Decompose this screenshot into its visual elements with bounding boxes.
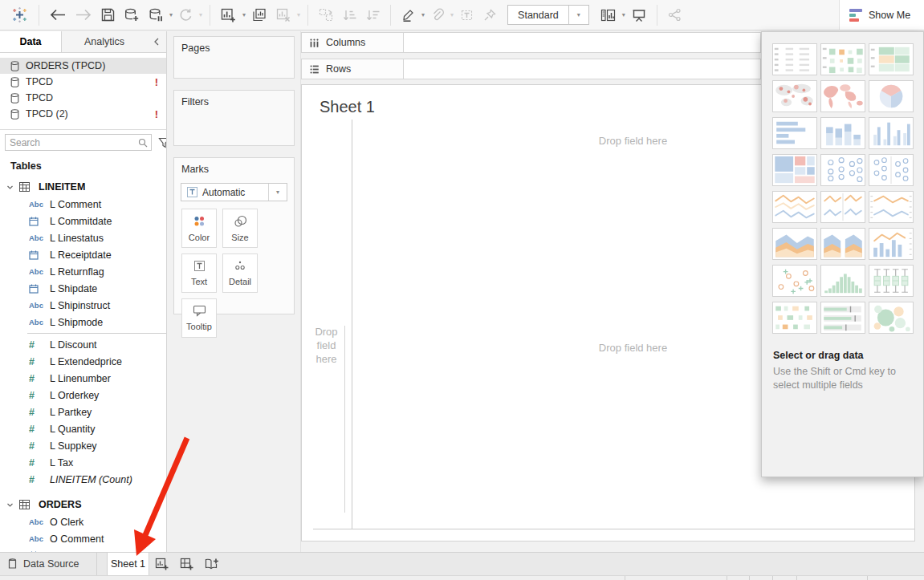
- pause-auto-updates-button[interactable]: [144, 4, 168, 26]
- chevron-down-icon[interactable]: [0, 501, 19, 509]
- field-item[interactable]: L Shipdate: [0, 280, 166, 297]
- show-me-area-continuous-thumbnail[interactable]: [772, 228, 817, 260]
- sort-ascending-button[interactable]: [338, 4, 361, 26]
- show-me-text-table-thumbnail[interactable]: [772, 43, 817, 75]
- mark-type-caret[interactable]: ▾: [268, 184, 287, 201]
- forward-button[interactable]: [71, 4, 96, 26]
- fit-selector[interactable]: Standard ▾: [507, 5, 589, 25]
- filter-icon[interactable]: [156, 137, 167, 148]
- drop-zone-rows[interactable]: Drop field here: [308, 326, 345, 513]
- sort-descending-button[interactable]: [361, 4, 385, 26]
- field-item[interactable]: Abc L Returnflag: [0, 263, 166, 280]
- fit-selector-caret[interactable]: ▾: [568, 6, 588, 24]
- show-me-circle-views-thumbnail[interactable]: [820, 154, 865, 186]
- new-story-tab-button[interactable]: [199, 553, 224, 575]
- field-item[interactable]: # L Extendedprice: [0, 353, 166, 370]
- columns-shelf[interactable]: Columns: [301, 32, 761, 53]
- show-me-gantt-thumbnail[interactable]: [772, 302, 817, 334]
- fix-axes-button[interactable]: [478, 4, 501, 26]
- show-me-scatter-plot-thumbnail[interactable]: [772, 265, 817, 297]
- highlight-button[interactable]: [397, 4, 420, 26]
- add-data-source-button[interactable]: [120, 4, 144, 26]
- show-me-bullet-graph-thumbnail[interactable]: [820, 302, 865, 334]
- table-header[interactable]: LINEITEM: [0, 178, 166, 196]
- show-me-treemap-thumbnail[interactable]: [772, 154, 817, 186]
- show-mark-labels-button[interactable]: [455, 4, 478, 26]
- field-item[interactable]: # L Linenumber: [0, 370, 166, 387]
- search-input[interactable]: [6, 137, 138, 148]
- show-me-pie-chart-thumbnail[interactable]: [869, 80, 914, 112]
- field-item[interactable]: Abc O Comment: [0, 530, 166, 547]
- marks-color-button[interactable]: Color: [181, 209, 217, 248]
- data-source-item[interactable]: TPCD (2) !: [0, 106, 166, 122]
- field-item[interactable]: # L Suppkey: [0, 437, 166, 454]
- field-item[interactable]: L Commitdate: [0, 213, 166, 229]
- field-item[interactable]: # L Discount: [0, 336, 166, 353]
- field-item[interactable]: # L Orderkey: [0, 387, 166, 404]
- group-members-button[interactable]: [426, 4, 449, 26]
- highlight-caret[interactable]: ▾: [420, 11, 426, 18]
- show-hide-cards-caret[interactable]: ▾: [621, 11, 627, 18]
- field-item[interactable]: Abc L Comment: [0, 196, 166, 213]
- show-me-packed-bubbles-thumbnail[interactable]: [869, 302, 914, 334]
- clear-sheet-button[interactable]: [271, 4, 295, 26]
- field-item[interactable]: # L Partkey: [0, 404, 166, 420]
- run-auto-updates-button[interactable]: [174, 4, 197, 26]
- new-worksheet-tab-button[interactable]: [149, 553, 174, 575]
- marks-text-button[interactable]: Text: [181, 253, 217, 293]
- field-item[interactable]: # L Tax: [0, 454, 166, 471]
- field-item[interactable]: # L Quantity: [0, 420, 166, 437]
- duplicate-sheet-button[interactable]: [247, 4, 271, 26]
- new-worksheet-caret[interactable]: ▾: [241, 11, 247, 18]
- show-me-horizontal-bars-thumbnail[interactable]: [772, 117, 817, 149]
- show-me-area-discrete-thumbnail[interactable]: [820, 228, 865, 260]
- chevron-down-icon[interactable]: [0, 184, 19, 191]
- field-item[interactable]: Abc L Linestatus: [0, 229, 166, 246]
- show-me-button[interactable]: Show Me: [839, 0, 924, 30]
- show-hide-cards-button[interactable]: [596, 4, 621, 26]
- show-me-heat-map-thumbnail[interactable]: [820, 43, 865, 75]
- show-me-filled-map-thumbnail[interactable]: [820, 80, 865, 112]
- data-source-item[interactable]: ORDERS (TPCD): [0, 58, 166, 74]
- show-me-lines-continuous-thumbnail[interactable]: [772, 191, 817, 223]
- field-item[interactable]: Abc L Shipmode: [0, 314, 166, 331]
- filters-card[interactable]: Filters: [173, 90, 295, 146]
- tab-analytics[interactable]: Analytics: [62, 31, 147, 52]
- tab-data[interactable]: Data: [0, 31, 62, 52]
- group-members-caret[interactable]: ▾: [449, 11, 455, 18]
- field-item[interactable]: Abc O Clerk: [0, 513, 166, 530]
- marks-tooltip-button[interactable]: Tooltip: [181, 298, 217, 338]
- clear-sheet-caret[interactable]: ▾: [295, 11, 302, 18]
- show-me-box-and-whisker-thumbnail[interactable]: [869, 265, 914, 297]
- data-source-item[interactable]: TPCD !: [0, 74, 166, 90]
- marks-detail-button[interactable]: Detail: [222, 253, 258, 293]
- data-source-item[interactable]: TPCD: [0, 90, 166, 106]
- table-header[interactable]: ORDERS: [0, 496, 166, 513]
- tableau-logo-icon[interactable]: [6, 4, 33, 26]
- run-auto-updates-caret[interactable]: ▾: [197, 11, 204, 18]
- swap-rows-and-columns-button[interactable]: [314, 4, 338, 26]
- show-me-dual-combination-thumbnail[interactable]: [869, 228, 914, 260]
- new-dashboard-tab-button[interactable]: [174, 553, 199, 575]
- mark-type-dropdown[interactable]: Automatic ▾: [181, 183, 287, 201]
- pause-auto-updates-caret[interactable]: ▾: [168, 11, 174, 18]
- show-me-lines-discrete-thumbnail[interactable]: [820, 191, 865, 223]
- presentation-mode-button[interactable]: [627, 4, 651, 26]
- rows-shelf[interactable]: Rows: [301, 59, 761, 79]
- marks-size-button[interactable]: Size: [222, 209, 258, 248]
- show-me-stacked-bars-thumbnail[interactable]: [820, 117, 865, 149]
- share-workbook-button[interactable]: [663, 4, 686, 26]
- show-me-symbol-map-thumbnail[interactable]: [772, 80, 817, 112]
- sheet-tab-sheet1[interactable]: Sheet 1: [107, 553, 149, 575]
- show-me-histogram-thumbnail[interactable]: [820, 265, 865, 297]
- new-worksheet-button[interactable]: [216, 4, 241, 26]
- field-item[interactable]: L Receiptdate: [0, 246, 166, 263]
- show-me-side-by-side-bars-thumbnail[interactable]: [869, 117, 914, 149]
- show-me-highlight-table-thumbnail[interactable]: [869, 43, 914, 75]
- field-item[interactable]: Abc L Shipinstruct: [0, 297, 166, 314]
- show-me-side-by-side-circles-thumbnail[interactable]: [869, 154, 914, 186]
- back-button[interactable]: [45, 4, 71, 26]
- field-item[interactable]: # LINEITEM (Count): [0, 471, 166, 488]
- save-button[interactable]: [96, 4, 120, 26]
- data-source-tab[interactable]: Data Source: [0, 553, 97, 575]
